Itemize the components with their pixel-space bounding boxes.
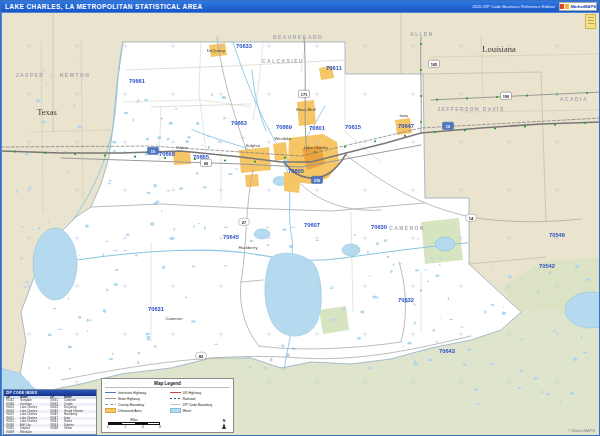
scale-tick: 2	[124, 425, 126, 429]
city-label: Westlake	[274, 136, 292, 141]
zip-code-label: 70630	[371, 224, 387, 230]
legend-swatch-fill-urban	[105, 408, 116, 413]
zip-table-cell	[64, 431, 94, 435]
calcasieu-lake	[265, 253, 322, 336]
page-title: LAKE CHARLES, LA METROPOLITAN STATISTICA…	[1, 3, 472, 10]
city-label: Sulphur	[246, 143, 261, 148]
map-legend: Map Legend Interstate HighwayUS HighwayS…	[101, 378, 234, 433]
city-label: Vinton	[176, 145, 188, 150]
legend-label: US Highway	[183, 391, 202, 395]
county-label: BEAUREGARD	[273, 34, 323, 40]
city-label: Iowa	[400, 113, 410, 118]
legend-swatch-line-interstate	[105, 390, 116, 395]
zip-code-label: 70601	[309, 125, 326, 131]
legend-title: Map Legend	[105, 381, 230, 388]
brand-logo-text: MarketMAPS	[570, 4, 596, 9]
county-label: ACADIA	[560, 96, 588, 102]
zip-code-label: 70668	[159, 151, 176, 157]
city-label: Moss Bluff	[296, 107, 316, 112]
shield-label: 165	[431, 62, 438, 67]
county-label: ALLEN	[410, 31, 434, 37]
logo-square-yellow-icon	[565, 4, 569, 9]
county-label: CAMERON	[389, 225, 425, 231]
shield-label: 27	[242, 220, 247, 225]
brand-logo: MarketMAPS	[559, 2, 597, 11]
city-label: Hackberry	[238, 245, 258, 250]
state-label: Louisiana	[482, 44, 516, 54]
zip-code-label: 70611	[326, 65, 343, 71]
legend-label: Interstate Highway	[118, 391, 146, 395]
legend-swatch-fill-water	[170, 408, 181, 413]
sabine-lake	[33, 228, 77, 300]
grand-lake	[342, 244, 360, 256]
moss-lake	[254, 229, 270, 239]
state-shield-82: 82	[196, 352, 207, 359]
city-label: Lake Charles	[304, 145, 329, 150]
scale-tick: 4	[142, 425, 144, 429]
legend-label: ZIP Code Boundary	[183, 403, 213, 407]
zip-code-label: 70542	[539, 263, 555, 269]
zip-code-index-table: ZIP CODE INDEX ZIPNameZIPName 70542Gueyd…	[3, 389, 97, 435]
shield-label: 190	[503, 94, 510, 99]
state-shield-14: 14	[466, 214, 477, 221]
map-poster: LAKE CHARLES, LA METROPOLITAN STATISTICA…	[0, 0, 600, 436]
shield-label: 210	[314, 178, 321, 183]
legend-swatch-line-rail	[170, 396, 181, 401]
title-bar: LAKE CHARLES, LA METROPOLITAN STATISTICA…	[1, 1, 599, 12]
logo-square-red-icon	[560, 4, 564, 9]
urban-moss-bluff	[297, 100, 316, 126]
county-label: CALCASIEU	[262, 58, 304, 64]
county-label: JASPER	[16, 72, 44, 78]
shield-label: 10	[446, 124, 451, 129]
zip-code-label: 70669	[276, 124, 293, 130]
shield-label: 171	[301, 92, 308, 97]
us-shield-190: 190	[501, 92, 512, 99]
legend-swatch-line-county	[105, 402, 116, 407]
us-shield-165: 165	[429, 60, 440, 67]
scale-bar: Miles 0248	[107, 418, 161, 429]
scale-tick: 0	[107, 425, 109, 429]
zip-code-label: 70643	[439, 348, 456, 354]
legend-label: Water	[183, 409, 192, 413]
zip-table-body: 70542Gueydan70631Cameron70546Jennings706…	[4, 399, 96, 434]
legend-item: Urbanized Area	[105, 408, 166, 414]
interstate-shield-10: 10	[443, 122, 454, 129]
zip-code-label: 70546	[549, 232, 566, 238]
north-arrow: N	[222, 419, 226, 429]
interstate-shield-10: 10	[148, 147, 159, 154]
scale-tick: 8	[159, 425, 161, 429]
interstate-shield-210: 210	[312, 176, 323, 183]
zip-code-label: 70631	[148, 306, 165, 312]
us-shield-171: 171	[299, 90, 310, 97]
shield-label: 90	[204, 161, 209, 166]
state-shield-27: 27	[239, 218, 250, 225]
zip-code-label: 70605	[288, 168, 305, 174]
zip-code-label: 70615	[345, 124, 362, 130]
copyright-note: © MarketMAPS	[567, 428, 595, 433]
city-label: DeQuincy	[207, 48, 226, 53]
map-canvas: TexasLouisianaJASPERNEWTONBEAUREGARDCALC…	[1, 12, 600, 436]
legend-bottom-row: Miles 0248 N	[105, 417, 230, 430]
legend-label: County Boundary	[118, 403, 144, 407]
county-label: JEFFERSON DAVIS	[437, 106, 504, 112]
zip-code-label: 70663	[231, 120, 248, 126]
zip-code-label: 70645	[223, 234, 240, 240]
zip-code-label: 70661	[129, 78, 146, 84]
zip-table-cell	[50, 431, 64, 435]
legend-label: Urbanized Area	[118, 409, 141, 413]
scale-ticks: 0248	[107, 425, 161, 429]
legend-item: Water	[170, 408, 231, 414]
legend-swatch-line-zip	[170, 402, 181, 407]
us-shield-90: 90	[201, 159, 212, 166]
shield-label: 10	[151, 149, 156, 154]
city-label: Cameron	[165, 316, 183, 321]
north-arrow-icon	[222, 423, 226, 429]
legend-swatch-line-us	[170, 390, 181, 395]
lacassine-pool	[435, 237, 455, 251]
legend-swatch-line-state	[105, 396, 116, 401]
shield-label: 14	[469, 216, 474, 221]
zip-code-label: 70632	[398, 297, 414, 303]
zip-code-label: 70633	[236, 43, 253, 49]
zip-table-cell: Westlake	[20, 431, 50, 435]
county-label: NEWTON	[60, 72, 91, 78]
